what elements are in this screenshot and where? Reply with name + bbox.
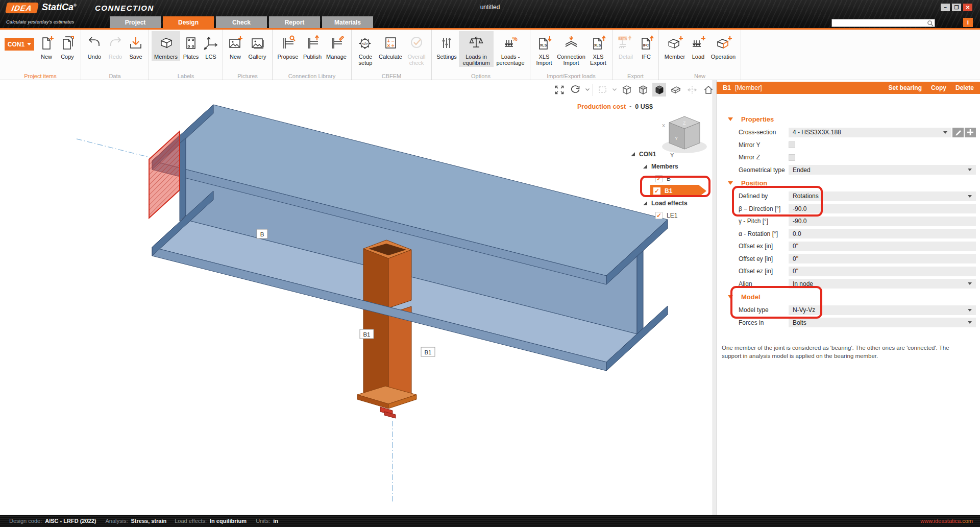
new-member-button[interactable]: Member xyxy=(662,31,688,61)
shaded-edges-view-button[interactable] xyxy=(636,83,650,97)
new-project-button[interactable]: New xyxy=(36,31,57,61)
defined-by-dropdown[interactable]: Rotations xyxy=(789,191,976,201)
geometrical-type-dropdown[interactable]: Ended xyxy=(789,165,976,175)
maximize-button[interactable]: ❐ xyxy=(952,4,961,11)
tab-check[interactable]: Check xyxy=(216,16,267,28)
wireframe-view-button[interactable] xyxy=(620,83,633,97)
alpha-rotation-field[interactable]: 0.0 xyxy=(789,229,976,238)
panel-divider[interactable] xyxy=(713,80,717,515)
website-link[interactable]: www.ideastatica.com xyxy=(920,518,973,524)
xls-import-button[interactable]: XLS XLS Import xyxy=(533,31,555,67)
selected-item-banner[interactable]: B1 xyxy=(650,185,706,197)
ribbon-group-new: Member Load Operation New xyxy=(659,30,741,80)
field-value: 4 - HSS3X3X.188 xyxy=(793,129,841,136)
panel-header: B1 [Member] Set bearing Copy Delete xyxy=(717,82,980,94)
settings-button[interactable]: Settings xyxy=(434,31,459,61)
edit-cross-section-button[interactable] xyxy=(952,128,964,137)
lcs-labels-button[interactable]: LCS xyxy=(202,31,220,61)
tree-node-con1[interactable]: CON1 xyxy=(631,148,706,160)
expand-triangle-icon[interactable] xyxy=(631,152,635,156)
ifc-export-button[interactable]: IFC IFC xyxy=(636,31,656,61)
undo-button[interactable]: Undo xyxy=(84,31,105,61)
search-input[interactable] xyxy=(832,20,927,26)
minimize-button[interactable]: – xyxy=(941,4,950,11)
code-setup-button[interactable]: </> Code setup xyxy=(354,31,377,67)
tab-project[interactable]: Project xyxy=(110,16,161,28)
gallery-button[interactable]: Gallery xyxy=(245,31,270,61)
tab-design[interactable]: Design xyxy=(163,16,214,28)
calculate-button[interactable]: + − × ÷ Calculate xyxy=(377,31,404,61)
tab-materials[interactable]: Materials xyxy=(322,16,373,28)
copy-project-button[interactable]: Copy xyxy=(57,31,78,61)
tree-item-b[interactable]: B xyxy=(631,173,706,185)
offset-ez-field[interactable]: 0" xyxy=(789,267,976,276)
new-operation-button[interactable]: Operation xyxy=(708,31,738,61)
tree-node-load-effects[interactable]: Load effects xyxy=(631,197,706,209)
xls-export-button[interactable]: XLS XLS Export xyxy=(587,31,609,67)
ribbon-group-labels: Members Plates LCS Labels xyxy=(149,30,223,80)
section-position[interactable]: Position xyxy=(717,176,980,190)
overall-check-button[interactable]: Overall check xyxy=(404,31,429,67)
close-button[interactable]: ✕ xyxy=(963,4,972,11)
section-dropdown-chevron[interactable] xyxy=(612,88,617,91)
tree-item-b1-selected[interactable]: B1 xyxy=(631,185,706,197)
detail-export-button[interactable]: BETA Detail xyxy=(615,31,636,61)
forces-in-dropdown[interactable]: Bolts xyxy=(789,318,976,327)
status-design-code: Design code: AISC - LRFD (2022) xyxy=(9,518,96,524)
property-label: γ - Pitch [°] xyxy=(739,218,789,225)
checkbox-checked[interactable] xyxy=(653,187,660,195)
section-collapse-icon[interactable] xyxy=(728,295,733,299)
mirror-view-button[interactable] xyxy=(685,83,699,97)
section-box-button[interactable] xyxy=(596,83,609,97)
transparent-view-button[interactable] xyxy=(669,83,682,97)
orbit-dropdown-chevron[interactable] xyxy=(585,88,590,91)
tree-label: B xyxy=(667,175,671,182)
propose-button[interactable]: Propose xyxy=(275,31,301,61)
expand-triangle-icon[interactable] xyxy=(643,164,647,169)
plates-labels-button[interactable]: Plates xyxy=(180,31,202,61)
loads-in-equilibrium-button[interactable]: Loads in equilibrium xyxy=(459,31,494,67)
con1-dropdown[interactable]: CON1 xyxy=(5,38,34,51)
loads-percentage-button[interactable]: % Loads - percentage xyxy=(494,31,527,67)
zoom-fit-button[interactable] xyxy=(552,83,566,97)
gamma-pitch-field[interactable]: -90.0 xyxy=(789,217,976,226)
add-cross-section-button[interactable] xyxy=(965,128,976,137)
section-collapse-icon[interactable] xyxy=(728,117,733,121)
manage-button[interactable]: Manage xyxy=(324,31,349,61)
info-badge[interactable]: i xyxy=(963,18,973,27)
section-collapse-icon[interactable] xyxy=(728,181,733,185)
beta-direction-field[interactable]: -90.0 xyxy=(789,204,976,213)
mirror-y-checkbox[interactable] xyxy=(789,141,795,148)
save-button[interactable]: Save xyxy=(126,31,146,61)
section-properties[interactable]: Properties xyxy=(717,112,980,126)
tree-label: Members xyxy=(651,163,678,170)
svg-text:Y: Y xyxy=(675,136,678,141)
offset-ey-field[interactable]: 0" xyxy=(789,254,976,264)
tree-node-members[interactable]: Members xyxy=(631,160,706,173)
copy-member-button[interactable]: Copy xyxy=(931,84,946,91)
model-type-dropdown[interactable]: N-Vy-Vz xyxy=(789,305,976,315)
new-load-button[interactable]: Load xyxy=(688,31,708,61)
section-model[interactable]: Model xyxy=(717,290,980,304)
tree-item-le1[interactable]: LE1 xyxy=(631,209,706,222)
3d-scene[interactable]: B B1 B1 X Y Z Y xyxy=(0,80,713,515)
set-bearing-button[interactable]: Set bearing xyxy=(889,84,922,91)
publish-button[interactable]: Publish xyxy=(301,31,324,61)
row-mirror-z: Mirror Z xyxy=(717,151,980,164)
cross-section-dropdown[interactable]: 4 - HSS3X3X.188 xyxy=(789,128,951,137)
checkbox-checked[interactable] xyxy=(655,175,663,182)
connection-import-button[interactable]: Connection Import xyxy=(555,31,587,67)
tab-report[interactable]: Report xyxy=(269,16,320,28)
mirror-z-checkbox[interactable] xyxy=(789,154,795,161)
expand-triangle-icon[interactable] xyxy=(643,201,647,205)
section-title: Model xyxy=(741,293,761,301)
new-picture-button[interactable]: New xyxy=(226,31,245,61)
members-labels-button[interactable]: Members xyxy=(152,31,180,61)
offset-ex-field[interactable]: 0" xyxy=(789,242,976,251)
redo-button[interactable]: Redo xyxy=(105,31,126,61)
align-dropdown[interactable]: In node xyxy=(789,279,976,289)
delete-member-button[interactable]: Delete xyxy=(955,84,974,91)
checkbox-checked[interactable] xyxy=(655,212,663,219)
orbit-button[interactable] xyxy=(569,83,582,97)
solid-view-button[interactable] xyxy=(652,83,666,97)
